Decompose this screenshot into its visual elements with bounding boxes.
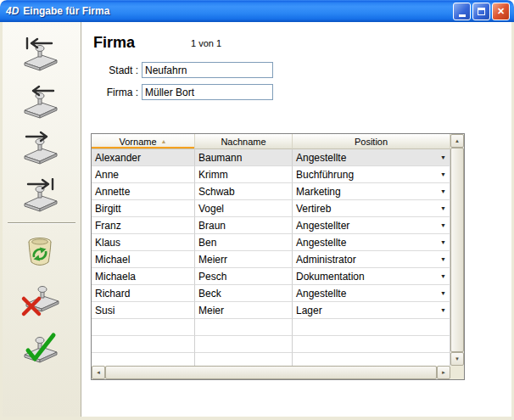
cell-nachname: Meier: [195, 302, 293, 319]
toolbar-sidebar: [3, 22, 81, 417]
cell-text: Vogel: [198, 203, 224, 215]
table-row[interactable]: SusiMeierLager▼: [92, 302, 450, 319]
cell-position[interactable]: Administrator▼: [293, 251, 450, 268]
table-row[interactable]: RichardBeckAngestellte▼: [92, 285, 450, 302]
minimize-button[interactable]: [453, 3, 471, 20]
cell-position[interactable]: Marketing▼: [293, 183, 450, 200]
cell-text: Alexander: [95, 152, 141, 164]
dropdown-arrow-icon[interactable]: ▼: [437, 239, 446, 245]
cell-nachname: Ben: [195, 234, 293, 251]
cell-text: Schwab: [198, 186, 235, 198]
close-button[interactable]: ✕: [492, 3, 510, 20]
column-header-vorname[interactable]: Vorname ▲: [92, 134, 195, 149]
cell-nachname: Beck: [195, 285, 293, 302]
table-row[interactable]: KlausBenAngestellte▼: [92, 234, 450, 251]
previous-record-button[interactable]: [18, 81, 62, 122]
last-record-button[interactable]: [18, 175, 62, 216]
first-record-button[interactable]: [18, 34, 62, 75]
cell-vorname: Michaela: [92, 268, 195, 285]
cell-position[interactable]: Angestellter▼: [293, 217, 450, 234]
scroll-down-button[interactable]: ▼: [450, 352, 464, 366]
cell-text: Pesch: [198, 271, 226, 283]
cell-position[interactable]: Angestellte▼: [293, 149, 450, 166]
scroll-right-button[interactable]: ►: [437, 366, 450, 379]
empty-cell: [92, 336, 195, 353]
cell-position[interactable]: Buchführung▼: [293, 166, 450, 183]
stadt-field-row: Stadt :: [86, 62, 273, 78]
cell-vorname: Annette: [92, 183, 195, 200]
up-arrow-icon: ▲: [455, 138, 460, 143]
dropdown-arrow-icon[interactable]: ▼: [437, 154, 446, 160]
window-controls: ✕: [453, 3, 510, 20]
dropdown-arrow-icon[interactable]: ▼: [437, 290, 446, 296]
cell-text: Marketing: [296, 186, 341, 198]
firma-input[interactable]: [142, 84, 273, 100]
vertical-scrollbar[interactable]: ▲ ▼: [450, 134, 464, 366]
cancel-button[interactable]: [18, 278, 62, 321]
empty-cell: [293, 319, 450, 336]
cell-text: Michaela: [95, 271, 136, 283]
cell-vorname: Franz: [92, 217, 195, 234]
empty-table-row: [92, 336, 450, 353]
table-row[interactable]: AnnetteSchwabMarketing▼: [92, 183, 450, 200]
cell-position[interactable]: Lager▼: [293, 302, 450, 319]
scroll-up-button[interactable]: ▲: [450, 134, 464, 148]
dropdown-arrow-icon[interactable]: ▼: [437, 222, 446, 228]
table-row[interactable]: MichaelMeierrAdministrator▼: [92, 251, 450, 268]
table-row[interactable]: AlexanderBaumannAngestellte▼: [92, 149, 450, 166]
cell-position[interactable]: Vertireb▼: [293, 200, 450, 217]
table-row[interactable]: AnneKrimmBuchführung▼: [92, 166, 450, 183]
cell-nachname: Pesch: [195, 268, 293, 285]
page-title: Firma: [93, 34, 135, 52]
cell-position[interactable]: Angestellte▼: [293, 285, 450, 302]
right-arrow-icon: ►: [441, 370, 446, 375]
records-table: Vorname ▲ Nachname Position AlexanderBau…: [91, 133, 465, 380]
cell-nachname: Braun: [195, 217, 293, 234]
horizontal-scrollbar[interactable]: ◄ ►: [92, 366, 450, 379]
cell-text: Angestellte: [296, 288, 346, 300]
stadt-input[interactable]: [142, 62, 273, 78]
form-area: Firma 1 von 1 Stadt : Firma : Vorname ▲ …: [82, 22, 511, 417]
column-header-nachname[interactable]: Nachname: [195, 134, 293, 149]
cell-text: Administrator: [296, 254, 356, 266]
accept-stamp-green-check-icon: [20, 329, 60, 365]
table-row[interactable]: MichaelaPeschDokumentation▼: [92, 268, 450, 285]
scrollbar-corner: [450, 366, 464, 379]
dropdown-arrow-icon[interactable]: ▼: [437, 188, 446, 194]
table-row[interactable]: BirgittVogelVertireb▼: [92, 200, 450, 217]
dropdown-arrow-icon[interactable]: ▼: [437, 171, 446, 177]
cell-position[interactable]: Dokumentation▼: [293, 268, 450, 285]
dropdown-arrow-icon[interactable]: ▼: [437, 307, 446, 313]
column-header-position[interactable]: Position: [293, 134, 450, 149]
cell-text: Buchführung: [296, 169, 354, 181]
window-title: Eingabe für Firma: [23, 5, 109, 17]
empty-cell: [92, 353, 195, 366]
cell-text: Michael: [95, 254, 130, 266]
empty-cell: [293, 336, 450, 353]
table-row[interactable]: FranzBraunAngestellter▼: [92, 217, 450, 234]
dropdown-arrow-icon[interactable]: ▼: [437, 256, 446, 262]
cell-text: Beck: [198, 288, 221, 300]
down-arrow-icon: ▼: [455, 356, 460, 361]
maximize-button[interactable]: [472, 3, 490, 20]
cell-vorname: Susi: [92, 302, 195, 319]
column-label: Position: [355, 137, 388, 147]
vertical-scroll-thumb[interactable]: [450, 148, 464, 352]
dropdown-arrow-icon[interactable]: ▼: [437, 273, 446, 279]
delete-record-button[interactable]: [18, 231, 62, 273]
next-record-button[interactable]: [18, 127, 62, 168]
window-body: Firma 1 von 1 Stadt : Firma : Vorname ▲ …: [3, 22, 511, 417]
table-body: AlexanderBaumannAngestellte▼AnneKrimmBuc…: [92, 149, 450, 366]
cancel-stamp-red-x-icon: [20, 282, 60, 317]
cell-nachname: Baumann: [195, 149, 293, 166]
app-window: 4D Eingabe für Firma ✕: [0, 0, 514, 420]
cell-text: Braun: [198, 220, 226, 232]
accept-button[interactable]: [18, 326, 62, 368]
titlebar[interactable]: 4D Eingabe für Firma ✕: [0, 0, 514, 22]
scroll-left-button[interactable]: ◄: [92, 366, 105, 379]
horizontal-scroll-thumb[interactable]: [105, 366, 437, 379]
first-record-stamp-icon: [20, 37, 60, 71]
dropdown-arrow-icon[interactable]: ▼: [437, 205, 446, 211]
cell-position[interactable]: Angestellte▼: [293, 234, 450, 251]
cell-text: Krimm: [198, 169, 228, 181]
